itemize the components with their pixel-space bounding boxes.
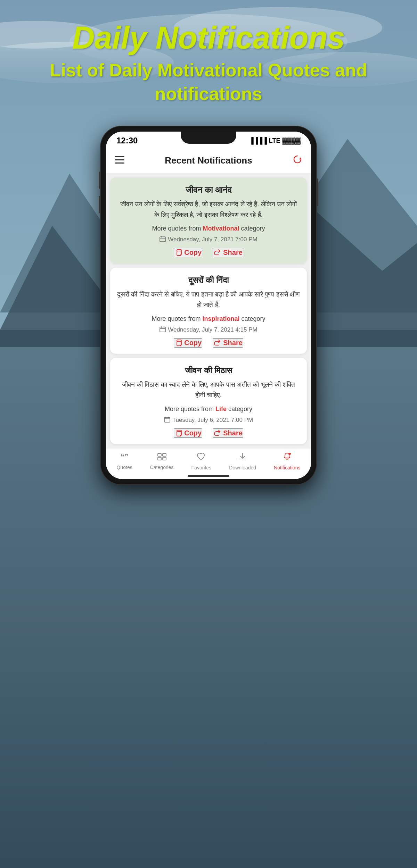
header-section: Daily Notifications List of Daily Motiva… xyxy=(0,0,417,119)
home-indicator xyxy=(106,473,311,479)
quote-title-1: जीवन का आनंद xyxy=(117,185,300,195)
more-quotes-suffix-2: category xyxy=(240,315,265,322)
category-link-1[interactable]: Motivational xyxy=(203,225,239,232)
categories-icon xyxy=(157,452,167,463)
network-type: LTE xyxy=(269,137,280,144)
nav-categories-label: Categories xyxy=(150,465,174,470)
date-text-2: Wednesday, July 7, 2021 4:15 PM xyxy=(168,326,257,333)
svg-rect-23 xyxy=(164,417,170,422)
app-title: Recent Notifications xyxy=(165,155,252,166)
svg-rect-18 xyxy=(160,327,165,332)
share-button-1[interactable]: Share xyxy=(213,248,243,257)
category-link-2[interactable]: Inspirational xyxy=(203,315,240,322)
nav-favorites-label: Favorites xyxy=(191,465,212,470)
more-quotes-prefix-3: More quotes from xyxy=(165,406,215,412)
nav-favorites[interactable]: Favorites xyxy=(191,452,212,470)
svg-text:❝: ❝ xyxy=(120,452,124,461)
calendar-icon-3 xyxy=(164,416,170,424)
date-text-3: Tuesday, July 6, 2021 7:00 PM xyxy=(172,417,253,424)
quote-date-3: Tuesday, July 6, 2021 7:00 PM xyxy=(117,416,300,424)
phone-frame: 12:30 ▐▐▐▐ LTE ▓▓▓▓ xyxy=(101,126,316,484)
nav-quotes-label: Quotes xyxy=(117,465,132,470)
more-quotes-prefix-1: More quotes from xyxy=(152,225,203,232)
svg-point-34 xyxy=(289,453,291,455)
quote-actions-1: Copy Share xyxy=(117,248,300,257)
quote-card-3: जीवन की मिठास जीवन की मिठास का स्वाद लेन… xyxy=(110,358,307,444)
more-quotes-suffix-3: category xyxy=(227,406,252,412)
favorites-icon xyxy=(196,452,206,464)
calendar-icon-1 xyxy=(160,236,166,244)
nav-downloaded[interactable]: Downloaded xyxy=(229,452,256,470)
more-quotes-suffix-1: category xyxy=(239,225,265,232)
quotes-icon: ❝ ❞ xyxy=(120,452,129,463)
more-quotes-3: More quotes from Life category xyxy=(117,406,300,413)
svg-rect-10 xyxy=(115,159,124,160)
quote-date-2: Wednesday, July 7, 2021 4:15 PM xyxy=(117,326,300,334)
quote-text-1: जीवन उन लोगों के लिए सर्वश्रेष्ठ है, जो … xyxy=(117,199,300,220)
notifications-icon xyxy=(282,452,292,464)
refresh-icon[interactable] xyxy=(293,155,302,167)
svg-rect-33 xyxy=(163,457,166,460)
quote-actions-3: Copy Share xyxy=(117,428,300,438)
svg-text:❞: ❞ xyxy=(124,452,129,461)
svg-rect-9 xyxy=(115,156,124,157)
status-time: 12:30 xyxy=(116,136,138,145)
quote-title-3: जीवन की मिठास xyxy=(117,366,300,375)
phone-notch xyxy=(181,132,236,144)
volume-button-2 xyxy=(99,196,101,213)
app-header: Recent Notifications xyxy=(106,148,311,173)
nav-notifications-label: Notifications xyxy=(274,465,300,470)
bottom-nav: ❝ ❞ Quotes xyxy=(106,448,311,473)
more-quotes-1: More quotes from Motivational category xyxy=(117,225,300,232)
copy-button-1[interactable]: Copy xyxy=(174,248,202,257)
share-button-2[interactable]: Share xyxy=(213,338,243,348)
svg-marker-12 xyxy=(299,157,301,159)
subtitle: List of Daily Motivational Quotes and no… xyxy=(14,59,403,106)
date-text-1: Wednesday, July 7, 2021 7:00 PM xyxy=(168,236,257,243)
quote-card-1: जीवन का आनंद जीवन उन लोगों के लिए सर्वश्… xyxy=(110,177,307,264)
nav-quotes[interactable]: ❝ ❞ Quotes xyxy=(117,452,132,470)
calendar-icon-2 xyxy=(160,326,166,334)
main-title: Daily Notifications xyxy=(14,21,403,55)
downloaded-icon xyxy=(238,452,247,464)
category-link-3[interactable]: Life xyxy=(215,406,227,412)
hamburger-icon[interactable] xyxy=(115,155,124,166)
copy-button-2[interactable]: Copy xyxy=(174,338,202,348)
home-bar xyxy=(188,475,229,477)
phone-container: 12:30 ▐▐▐▐ LTE ▓▓▓▓ xyxy=(0,126,417,484)
quote-actions-2: Copy Share xyxy=(117,338,300,348)
signal-icon: ▐▐▐▐ xyxy=(249,137,267,144)
more-quotes-prefix-2: More quotes from xyxy=(152,315,202,322)
nav-downloaded-label: Downloaded xyxy=(229,465,256,470)
quote-date-1: Wednesday, July 7, 2021 7:00 PM xyxy=(117,236,300,244)
more-quotes-2: More quotes from Inspirational category xyxy=(117,315,300,323)
share-button-3[interactable]: Share xyxy=(213,428,243,438)
volume-button-1 xyxy=(99,172,101,189)
svg-rect-32 xyxy=(163,453,166,456)
power-button xyxy=(316,178,318,206)
phone-wrapper: 12:30 ▐▐▐▐ LTE ▓▓▓▓ xyxy=(101,126,316,484)
nav-categories[interactable]: Categories xyxy=(150,452,174,470)
quote-text-3: जीवन की मिठास का स्वाद लेने के लिए, आपके… xyxy=(117,379,300,401)
quote-title-2: दूसरों की निंदा xyxy=(117,275,300,285)
svg-rect-13 xyxy=(160,237,165,242)
svg-rect-11 xyxy=(115,162,124,164)
quote-card-2: दूसरों की निंदा दूसरों की निंदा करने से … xyxy=(110,268,307,354)
status-icons: ▐▐▐▐ LTE ▓▓▓▓ xyxy=(249,137,301,144)
quote-text-2: दूसरों की निंदा करने से बचिए, ये पाप इतन… xyxy=(117,289,300,310)
scroll-content: जीवन का आनंद जीवन उन लोगों के लिए सर्वश्… xyxy=(106,173,311,448)
svg-rect-31 xyxy=(158,457,161,460)
copy-button-3[interactable]: Copy xyxy=(174,428,202,438)
svg-rect-30 xyxy=(158,453,161,456)
nav-notifications[interactable]: Notifications xyxy=(274,452,300,470)
battery-icon: ▓▓▓▓ xyxy=(283,137,301,144)
phone-screen: 12:30 ▐▐▐▐ LTE ▓▓▓▓ xyxy=(106,132,311,479)
